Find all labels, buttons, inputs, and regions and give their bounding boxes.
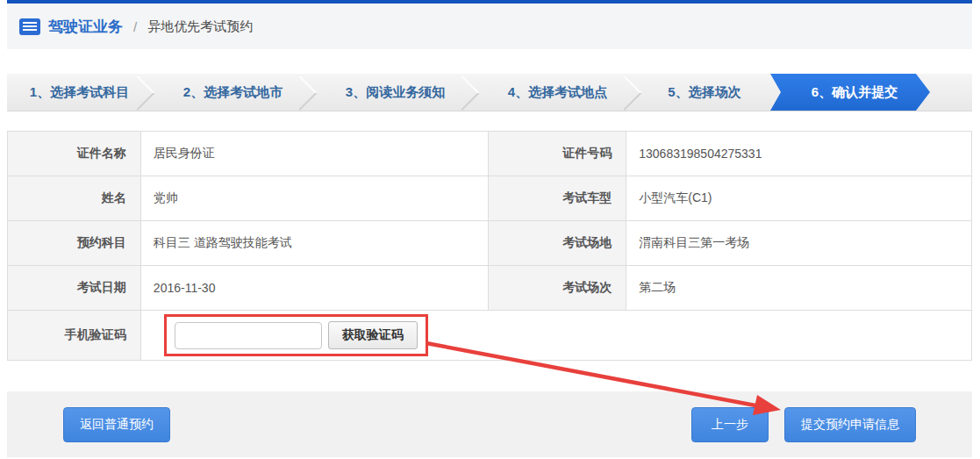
subject-value: 科目三 道路驾驶技能考试 bbox=[140, 221, 489, 266]
submit-booking-button[interactable]: 提交预约申请信息 bbox=[784, 407, 916, 442]
cert-name-label: 证件名称 bbox=[8, 132, 141, 176]
back-to-normal-booking-button[interactable]: 返回普通预约 bbox=[63, 407, 170, 442]
sms-code-cell: 获取验证码 bbox=[140, 311, 971, 361]
step-6-confirm-submit: 6、确认并提交 bbox=[770, 74, 930, 111]
subject-label: 预约科目 bbox=[8, 221, 141, 266]
table-row: 姓名 党帅 考试车型 小型汽车(C1) bbox=[8, 176, 972, 221]
red-highlight-box: 获取验证码 bbox=[164, 314, 428, 356]
exam-date-label: 考试日期 bbox=[8, 266, 141, 311]
sms-code-label: 手机验证码 bbox=[8, 311, 141, 361]
vehicle-type-label: 考试车型 bbox=[489, 176, 626, 221]
get-sms-code-button[interactable]: 获取验证码 bbox=[328, 321, 418, 349]
confirmation-table: 证件名称 居民身份证 证件号码 130683198504275331 姓名 党帅… bbox=[7, 131, 972, 361]
step-2-select-city: 2、选择考试地市 bbox=[152, 74, 314, 111]
step-5-select-session: 5、选择场次 bbox=[639, 74, 770, 111]
table-row: 证件名称 居民身份证 证件号码 130683198504275331 bbox=[8, 132, 972, 176]
sms-code-input[interactable] bbox=[175, 322, 322, 349]
spacer bbox=[0, 361, 980, 391]
cert-number-value: 130683198504275331 bbox=[626, 132, 972, 176]
exam-site-value: 渭南科目三第一考场 bbox=[626, 221, 972, 266]
breadcrumb-section[interactable]: 驾驶证业务 bbox=[48, 17, 123, 37]
list-icon bbox=[19, 18, 40, 35]
exam-session-label: 考试场次 bbox=[489, 266, 626, 311]
breadcrumb-divider: / bbox=[133, 19, 137, 34]
cert-number-label: 证件号码 bbox=[489, 132, 626, 176]
name-value: 党帅 bbox=[140, 176, 489, 221]
table-row-captcha: 手机验证码 获取验证码 bbox=[8, 311, 972, 361]
step-progress-bar: 1、选择考试科目 2、选择考试地市 3、阅读业务须知 4、选择考试地点 5、选择… bbox=[7, 74, 972, 111]
table-row: 考试日期 2016-11-30 考试场次 第二场 bbox=[8, 266, 972, 311]
vehicle-type-value: 小型汽车(C1) bbox=[626, 176, 972, 221]
exam-date-value: 2016-11-30 bbox=[140, 266, 489, 311]
step-bar-filler bbox=[930, 74, 972, 111]
spacer bbox=[0, 111, 980, 131]
page-title: 异地优先考试预约 bbox=[147, 18, 253, 35]
cert-name-value: 居民身份证 bbox=[140, 132, 489, 176]
action-bar-right: 上一步 提交预约申请信息 bbox=[691, 407, 916, 442]
table-row: 预约科目 科目三 道路驾驶技能考试 考试场地 渭南科目三第一考场 bbox=[8, 221, 972, 266]
exam-site-label: 考试场地 bbox=[489, 221, 626, 266]
breadcrumb: 驾驶证业务 / 异地优先考试预约 bbox=[7, 4, 972, 49]
step-4-select-site: 4、选择考试地点 bbox=[476, 74, 639, 111]
name-label: 姓名 bbox=[8, 176, 141, 221]
spacer bbox=[0, 49, 980, 74]
action-bar: 返回普通预约 上一步 提交预约申请信息 bbox=[7, 391, 972, 457]
exam-session-value: 第二场 bbox=[626, 266, 972, 311]
step-3-read-notice: 3、阅读业务须知 bbox=[314, 74, 476, 111]
step-1-select-subject: 1、选择考试科目 bbox=[7, 74, 152, 111]
previous-step-button[interactable]: 上一步 bbox=[691, 407, 769, 442]
